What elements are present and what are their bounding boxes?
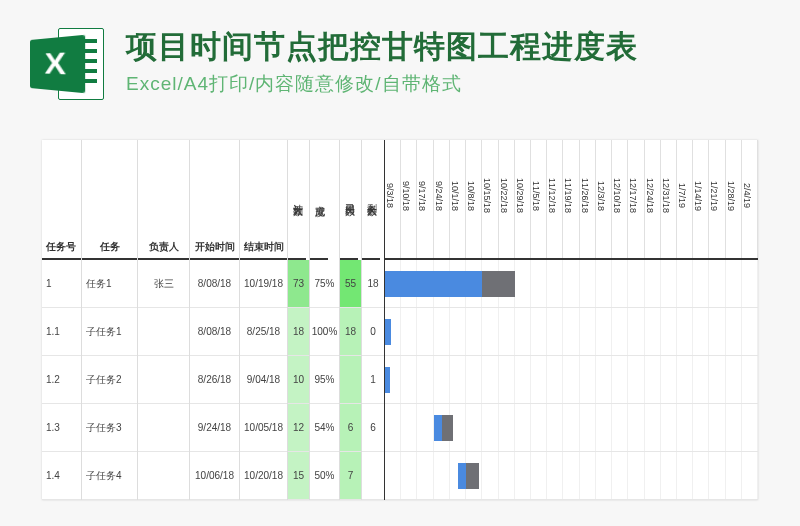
cell-start: 8/26/18 [190, 356, 239, 404]
cell-task-no: 1 [42, 260, 81, 308]
gantt-date-col: 10/22/18 [499, 140, 515, 258]
gantt-date-col: 9/10/18 [401, 140, 417, 258]
gantt-date-col: 12/3/18 [596, 140, 612, 258]
gantt-date-col: 11/12/18 [547, 140, 563, 258]
gantt-row [385, 260, 758, 308]
title-text: 项目时间节点把控甘特图工程进度表 Excel/A4打印/内容随意修改/自带格式 [126, 28, 800, 97]
col-person: 负责人 张三 [138, 140, 190, 500]
cell-used-days: 7 [340, 452, 361, 500]
cell-end: 10/19/18 [240, 260, 287, 308]
gantt-row [385, 308, 758, 356]
cell-task-no: 1.1 [42, 308, 81, 356]
cell-end: 9/04/18 [240, 356, 287, 404]
gantt-date-col: 10/1/18 [450, 140, 466, 258]
cell-task: 子任务3 [82, 404, 137, 452]
gantt-date-col: 9/24/18 [434, 140, 450, 258]
col-plan-days: 计划天数 73 18 10 12 15 [288, 140, 310, 500]
col-start: 开始时间 8/08/18 8/08/18 8/26/18 9/24/18 10/… [190, 140, 240, 500]
cell-progress: 95% [310, 356, 339, 404]
col-end: 结束时间 10/19/18 8/25/18 9/04/18 10/05/18 1… [240, 140, 288, 500]
col-task: 任务 任务1 子任务1 子任务2 子任务3 子任务4 [82, 140, 138, 500]
gantt-date-col: 1/7/19 [677, 140, 693, 258]
cell-remain-days [362, 452, 384, 500]
gantt-row [385, 452, 758, 500]
gantt-bar-done [434, 415, 442, 441]
header-start: 开始时间 [190, 140, 239, 260]
cell-progress: 100% [310, 308, 339, 356]
cell-task-no: 1.2 [42, 356, 81, 404]
cell-plan-days: 18 [288, 308, 309, 356]
gantt-date-col: 12/31/18 [661, 140, 677, 258]
cell-remain-days: 6 [362, 404, 384, 452]
gantt-row [385, 404, 758, 452]
cell-progress: 75% [310, 260, 339, 308]
gantt-area: 9/3/189/10/189/17/189/24/1810/1/1810/8/1… [385, 140, 758, 500]
gantt-date-col: 12/10/18 [612, 140, 628, 258]
cell-plan-days: 73 [288, 260, 309, 308]
cell-plan-days: 10 [288, 356, 309, 404]
gantt-bar-remaining [466, 463, 479, 489]
spreadsheet-preview: 任务号 1 1.1 1.2 1.3 1.4 任务 任务1 子任务1 子任务2 子… [42, 140, 758, 500]
gantt-bar-done [458, 463, 466, 489]
header-plan-days: 计划天数 [288, 140, 306, 260]
col-remain-days: 剩余天数 18 0 1 6 [362, 140, 384, 500]
gantt-date-col: 1/28/19 [726, 140, 742, 258]
cell-task: 子任务4 [82, 452, 137, 500]
col-task-no: 任务号 1 1.1 1.2 1.3 1.4 [42, 140, 82, 500]
cell-person [138, 308, 189, 356]
cell-end: 8/25/18 [240, 308, 287, 356]
gantt-header: 9/3/189/10/189/17/189/24/1810/1/1810/8/1… [385, 140, 758, 260]
cell-plan-days: 12 [288, 404, 309, 452]
cell-start: 10/06/18 [190, 452, 239, 500]
gantt-rows [385, 260, 758, 500]
cell-end: 10/05/18 [240, 404, 287, 452]
gantt-bar-done [385, 319, 391, 345]
cell-used-days: 55 [340, 260, 361, 308]
cell-progress: 54% [310, 404, 339, 452]
cell-used-days: 6 [340, 404, 361, 452]
header-progress: 完成度 [310, 140, 328, 260]
document-title: 项目时间节点把控甘特图工程进度表 [126, 28, 800, 67]
cell-person [138, 452, 189, 500]
header-used-days: 已用天数 [340, 140, 358, 260]
gantt-row [385, 356, 758, 404]
header-remain-days: 剩余天数 [362, 140, 380, 260]
cell-task: 子任务1 [82, 308, 137, 356]
cell-person [138, 356, 189, 404]
cell-person [138, 404, 189, 452]
cell-task: 子任务2 [82, 356, 137, 404]
gantt-date-col: 11/19/18 [563, 140, 579, 258]
cell-task: 任务1 [82, 260, 137, 308]
cell-remain-days: 18 [362, 260, 384, 308]
header-person: 负责人 [138, 140, 189, 260]
header-task-no: 任务号 [42, 140, 81, 260]
table-left-columns: 任务号 1 1.1 1.2 1.3 1.4 任务 任务1 子任务1 子任务2 子… [42, 140, 385, 500]
cell-task-no: 1.3 [42, 404, 81, 452]
gantt-date-col: 10/29/18 [515, 140, 531, 258]
excel-icon: X [30, 28, 110, 108]
cell-start: 8/08/18 [190, 260, 239, 308]
cell-used-days [340, 356, 361, 404]
cell-end: 10/20/18 [240, 452, 287, 500]
gantt-date-col: 12/17/18 [628, 140, 644, 258]
gantt-bar-done [385, 367, 390, 393]
cell-start: 8/08/18 [190, 308, 239, 356]
cell-person: 张三 [138, 260, 189, 308]
cell-remain-days: 0 [362, 308, 384, 356]
gantt-date-col: 12/24/18 [645, 140, 661, 258]
cell-plan-days: 15 [288, 452, 309, 500]
cell-remain-days: 1 [362, 356, 384, 404]
gantt-date-col: 10/15/18 [482, 140, 498, 258]
document-subtitle: Excel/A4打印/内容随意修改/自带格式 [126, 71, 800, 97]
gantt-date-col: 1/21/19 [709, 140, 725, 258]
title-bar: X 项目时间节点把控甘特图工程进度表 Excel/A4打印/内容随意修改/自带格… [0, 0, 800, 108]
header-end: 结束时间 [240, 140, 287, 260]
gantt-bar-done [385, 271, 482, 297]
gantt-bar-remaining [442, 415, 453, 441]
gantt-date-col: 11/5/18 [531, 140, 547, 258]
excel-icon-letter: X [45, 46, 66, 83]
gantt-date-col: 1/14/19 [693, 140, 709, 258]
cell-start: 9/24/18 [190, 404, 239, 452]
cell-progress: 50% [310, 452, 339, 500]
gantt-bar-remaining [482, 271, 514, 297]
